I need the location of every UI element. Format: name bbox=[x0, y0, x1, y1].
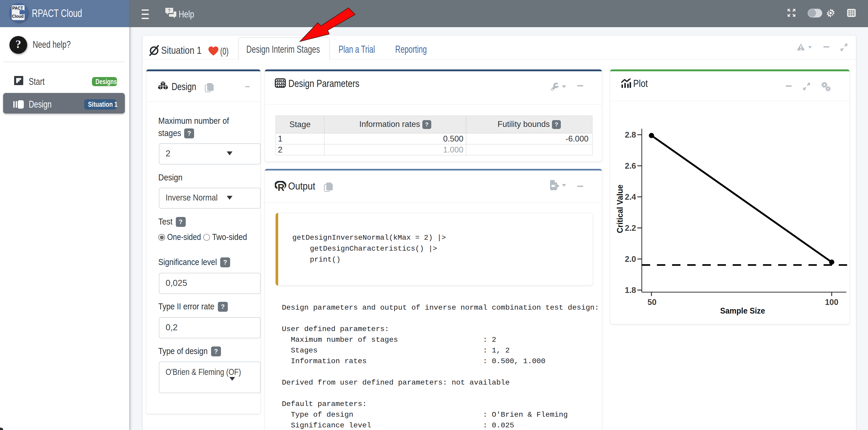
svg-text:Sample Size: Sample Size bbox=[720, 306, 765, 316]
svg-text:2.6: 2.6 bbox=[625, 161, 636, 170]
svg-text:100: 100 bbox=[825, 298, 838, 307]
svg-text:Critical Value: Critical Value bbox=[615, 185, 625, 233]
svg-text:?: ? bbox=[168, 8, 170, 13]
svg-text:2.8: 2.8 bbox=[625, 130, 636, 139]
svg-text:50: 50 bbox=[648, 298, 656, 307]
svg-text:1.8: 1.8 bbox=[625, 286, 636, 295]
svg-text:2.4: 2.4 bbox=[625, 192, 636, 202]
svg-text:R: R bbox=[278, 182, 284, 191]
svg-text:2.2: 2.2 bbox=[625, 224, 636, 233]
svg-text:2.0: 2.0 bbox=[625, 255, 636, 264]
